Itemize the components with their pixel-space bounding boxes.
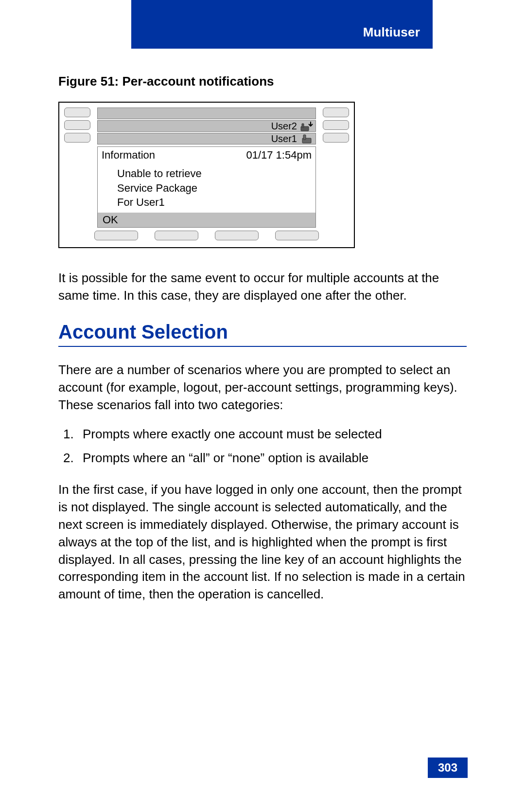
paragraph-intro: There are a number of scenarios where yo… xyxy=(58,361,467,414)
softkey-3[interactable] xyxy=(215,231,259,240)
info-title: Information xyxy=(102,149,155,162)
line-key-left-3[interactable] xyxy=(64,133,90,143)
info-body: Unable to retrieve Service Package For U… xyxy=(98,163,315,213)
softkey-1[interactable] xyxy=(94,231,138,240)
line-key-right-3[interactable] xyxy=(323,133,349,143)
phone-icon xyxy=(300,133,314,144)
info-line-1: Unable to retrieve xyxy=(117,166,312,181)
paragraph-after-figure: It is possible for the same event to occ… xyxy=(58,270,467,305)
page-content: Figure 51: Per-account notifications Use… xyxy=(58,74,467,620)
line-key-left-1[interactable] xyxy=(64,108,90,117)
ok-softkey[interactable]: OK xyxy=(98,213,315,227)
svg-rect-1 xyxy=(302,124,304,127)
bottom-softkeys xyxy=(64,231,349,240)
user1-label: User1 xyxy=(271,133,300,144)
line-key-right-1[interactable] xyxy=(323,108,349,117)
chapter-header-bar: Multiuser xyxy=(131,0,433,49)
line-key-right-2[interactable] xyxy=(323,120,349,130)
list-text-2: Prompts where an “all” or “none” option … xyxy=(83,448,368,468)
list-num-1: 1. xyxy=(63,424,83,444)
page-number: 303 xyxy=(428,758,468,778)
svg-rect-3 xyxy=(303,135,306,140)
figure-caption: Figure 51: Per-account notifications xyxy=(58,74,467,89)
info-line-2: Service Package xyxy=(117,181,312,196)
ok-label: OK xyxy=(103,214,118,226)
phone-download-icon xyxy=(300,121,314,131)
device-figure: User2 User1 xyxy=(58,102,355,248)
line-bar-1 xyxy=(97,108,316,119)
list-item-1: 1. Prompts where exactly one account mus… xyxy=(63,424,467,444)
softkey-4[interactable] xyxy=(275,231,319,240)
list-text-1: Prompts where exactly one account must b… xyxy=(83,424,382,444)
list-num-2: 2. xyxy=(63,448,83,468)
right-keys xyxy=(319,108,349,228)
line-bar-user2: User2 xyxy=(97,120,316,132)
chapter-title: Multiuser xyxy=(363,25,420,40)
info-panel: Information 01/17 1:54pm Unable to retri… xyxy=(97,146,316,228)
left-keys xyxy=(64,108,94,228)
info-timestamp: 01/17 1:54pm xyxy=(246,149,312,162)
section-heading: Account Selection xyxy=(58,321,467,347)
info-line-3: For User1 xyxy=(117,195,312,210)
list-item-2: 2. Prompts where an “all” or “none” opti… xyxy=(63,448,467,468)
numbered-list: 1. Prompts where exactly one account mus… xyxy=(63,424,467,468)
paragraph-body: In the first case, if you have logged in… xyxy=(58,481,467,603)
line-bar-user1: User1 xyxy=(97,133,316,144)
softkey-2[interactable] xyxy=(155,231,198,240)
user2-label: User2 xyxy=(271,121,300,132)
page-number-value: 303 xyxy=(438,761,457,775)
line-key-left-2[interactable] xyxy=(64,120,90,130)
